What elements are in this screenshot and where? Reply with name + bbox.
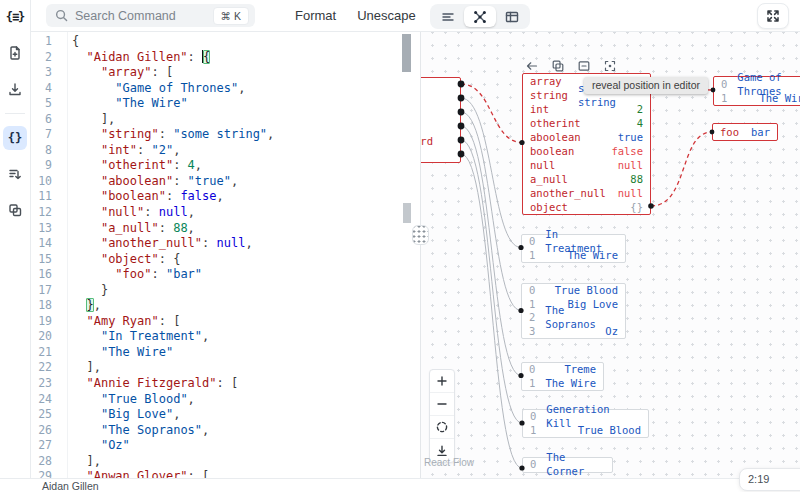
table-view-button[interactable] xyxy=(496,6,528,27)
braces-icon: {} xyxy=(8,131,22,145)
format-button[interactable]: Format xyxy=(295,8,336,23)
reveal-in-editor-button[interactable] xyxy=(525,59,538,72)
line-content: "array": [ xyxy=(72,65,173,81)
copy-node-button[interactable] xyxy=(551,59,564,72)
line-content: "Anwan Glover": [ xyxy=(72,469,209,478)
node-port[interactable] xyxy=(711,88,716,93)
line-content: "Oz" xyxy=(72,438,130,454)
editor-line[interactable]: 3 "array": [ xyxy=(31,65,420,81)
json-code-editor[interactable]: 1{2 "Aidan Gillen": {3 "array": [4 "Game… xyxy=(31,32,420,478)
editor-scrollbar-marker[interactable] xyxy=(403,203,411,223)
node-port[interactable] xyxy=(648,203,654,209)
editor-line[interactable]: 20 "In Treatment", xyxy=(31,329,420,345)
json-editor-view-button[interactable]: {} xyxy=(3,126,27,150)
editor-line[interactable]: 29 "Anwan Glover": [ xyxy=(31,469,420,478)
line-number: 1 xyxy=(31,34,52,50)
editor-line[interactable]: 8 "int": "2", xyxy=(31,143,420,159)
graph-view-button[interactable] xyxy=(464,6,496,27)
line-content: "string": "some string", xyxy=(72,127,274,143)
new-document-button[interactable] xyxy=(3,41,27,65)
line-number: 15 xyxy=(31,252,52,268)
editor-line[interactable]: 13 "a_null": 88, xyxy=(31,221,420,237)
line-content: ], xyxy=(72,454,101,470)
sort-filter-icon xyxy=(7,166,23,182)
node-port[interactable] xyxy=(519,465,524,470)
line-content: "Amy Ryan": [ xyxy=(72,314,180,330)
editor-line[interactable]: 28 ], xyxy=(31,454,420,470)
list-view-button[interactable] xyxy=(432,6,464,27)
node-port[interactable] xyxy=(519,140,524,145)
node-port[interactable] xyxy=(458,151,465,158)
header: Search Command ⌘ K Format Unescape xyxy=(31,0,800,32)
editor-line[interactable]: 22 ], xyxy=(31,360,420,376)
editor-line[interactable]: 21 "The Wire" xyxy=(31,345,420,361)
node-port[interactable] xyxy=(519,420,524,425)
compare-button[interactable] xyxy=(3,198,27,222)
arrow-left-icon xyxy=(526,60,538,72)
search-command-input[interactable]: Search Command ⌘ K xyxy=(46,4,255,27)
line-content: "The Sopranos", xyxy=(72,423,209,439)
editor-line[interactable]: 23 "Annie Fitzgerald": [ xyxy=(31,376,420,392)
collapse-node-button[interactable] xyxy=(577,59,590,72)
editor-line[interactable]: 17 } xyxy=(31,283,420,299)
node-port[interactable] xyxy=(710,130,715,135)
line-number: 7 xyxy=(31,127,52,143)
node-port[interactable] xyxy=(458,81,465,88)
line-content: "otherint": 4, xyxy=(72,158,202,174)
line-number: 23 xyxy=(31,376,52,392)
gutter-border xyxy=(67,32,68,478)
zoom-in-button[interactable] xyxy=(430,370,454,393)
editor-line[interactable]: 27 "Oz" xyxy=(31,438,420,454)
node-port[interactable] xyxy=(458,123,465,130)
file-plus-icon xyxy=(7,45,23,61)
editor-line[interactable]: 24 "True Blood", xyxy=(31,392,420,408)
line-content: "The Wire" xyxy=(72,96,188,112)
node-port[interactable] xyxy=(518,308,523,313)
editor-line[interactable]: 12 "null": null, xyxy=(31,205,420,221)
download-button[interactable] xyxy=(3,77,27,101)
editor-line[interactable]: 4 "Game of Thrones", xyxy=(31,81,420,97)
zoom-out-button[interactable] xyxy=(430,393,454,416)
fit-view-button[interactable] xyxy=(430,416,454,439)
unescape-button[interactable]: Unescape xyxy=(357,8,416,23)
editor-line[interactable]: 7 "string": "some string", xyxy=(31,127,420,143)
editor-line[interactable]: 19 "Amy Ryan": [ xyxy=(31,314,420,330)
transform-button[interactable] xyxy=(3,162,27,186)
editor-line[interactable]: 16 "foo": "bar" xyxy=(31,267,420,283)
line-content: "int": "2", xyxy=(72,143,180,159)
line-content: "Game of Thrones", xyxy=(72,81,245,97)
node-port[interactable] xyxy=(458,109,465,116)
editor-line[interactable]: 9 "otherint": 4, xyxy=(31,158,420,174)
editor-line[interactable]: 14 "another_null": null, xyxy=(31,236,420,252)
editor-line[interactable]: 6 ], xyxy=(31,112,420,128)
node-port[interactable] xyxy=(458,95,465,102)
line-content: "Annie Fitzgerald": [ xyxy=(72,376,238,392)
editor-scrollbar-thumb[interactable] xyxy=(402,34,411,72)
line-number: 6 xyxy=(31,112,52,128)
status-selection-path: Aidan Gillen xyxy=(42,480,99,492)
editor-line[interactable]: 15 "object": { xyxy=(31,252,420,268)
line-number: 28 xyxy=(31,454,52,470)
focus-node-button[interactable] xyxy=(603,59,616,72)
node-port[interactable] xyxy=(518,373,523,378)
editor-line[interactable]: 25 "Big Love", xyxy=(31,407,420,423)
editor-line[interactable]: 10 "aboolean": "true", xyxy=(31,174,420,190)
fullscreen-button[interactable] xyxy=(757,3,789,29)
node-port[interactable] xyxy=(458,137,465,144)
table-icon xyxy=(504,9,520,25)
line-number: 20 xyxy=(31,329,52,345)
editor-line[interactable]: 26 "The Sopranos", xyxy=(31,423,420,439)
editor-line[interactable]: 18 }, xyxy=(31,298,420,314)
editor-line[interactable]: 2 "Aidan Gillen": { xyxy=(31,50,420,66)
graph-canvas[interactable]: {}[][][][]rd[]arraystringsome stringint2… xyxy=(421,32,800,478)
search-placeholder: Search Command xyxy=(75,9,213,23)
node-port[interactable] xyxy=(518,245,523,250)
line-number: 22 xyxy=(31,360,52,376)
editor-line[interactable]: 11 "boolean": false, xyxy=(31,189,420,205)
line-content: { xyxy=(72,34,79,50)
editor-line[interactable]: 1{ xyxy=(31,34,420,50)
layers-nodes-icon xyxy=(7,202,23,218)
editor-line[interactable]: 5 "The Wire" xyxy=(31,96,420,112)
line-content: "a_null": 88, xyxy=(72,221,195,237)
line-number: 19 xyxy=(31,314,52,330)
